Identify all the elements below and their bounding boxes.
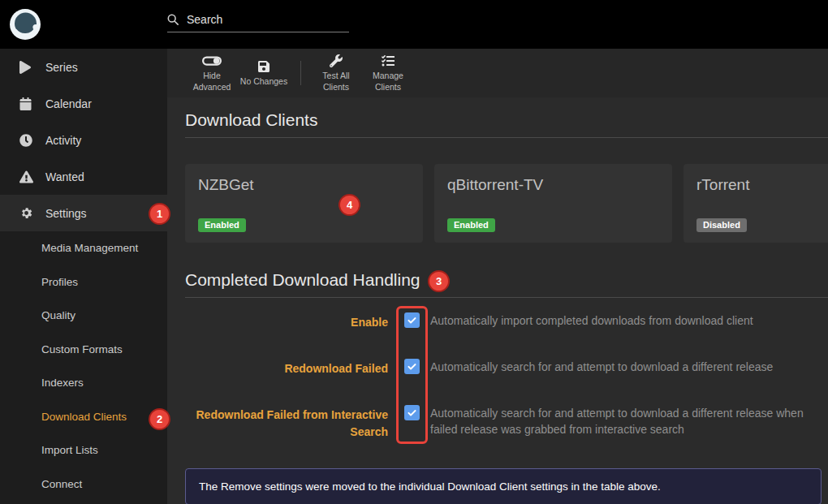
toolbar-button-label: Manage Clients	[364, 71, 412, 93]
sidebar-subitem-indexers[interactable]: Indexers	[0, 366, 167, 400]
sidebar-subitem-label: Download Clients	[41, 411, 127, 423]
gear-icon	[19, 206, 33, 220]
field-help: Automatically search for and attempt to …	[430, 359, 773, 375]
sidebar-subitem-label: Import Lists	[41, 444, 98, 456]
annotation-marker-1: 1	[149, 203, 170, 225]
sidebar-subitem-label: Custom Formats	[41, 343, 123, 355]
sidebar-subitem-connect[interactable]: Connect	[0, 467, 167, 502]
sidebar-item-label: Series	[45, 61, 78, 74]
sidebar-subitem-media-management[interactable]: Media Management	[0, 231, 167, 265]
client-name: rTorrent	[696, 176, 828, 194]
annotation-marker-3: 3	[428, 270, 450, 292]
sidebar-subitem-import-lists[interactable]: Import Lists	[0, 433, 167, 467]
client-card-rtorrent[interactable]: rTorrent Disabled	[684, 164, 828, 243]
save-icon	[257, 58, 270, 73]
advanced-toggle-icon	[202, 53, 222, 67]
info-box: The Remove settings were moved to the in…	[185, 468, 822, 504]
client-name: qBittorrent-TV	[447, 176, 659, 194]
form-row-redownload-failed-interactive: Redownload Failed from Interactive Searc…	[185, 405, 828, 441]
sidebar-subitem-label: Media Management	[41, 242, 138, 254]
sidebar-item-label: Settings	[45, 207, 87, 220]
sidebar-subitem-download-clients[interactable]: Download Clients	[0, 400, 167, 434]
toolbar-button-label: No Changes	[239, 76, 288, 88]
sidebar-item-label: Calendar	[45, 97, 92, 110]
play-icon	[19, 60, 33, 74]
sidebar-item-label: Activity	[45, 134, 81, 147]
sidebar-subitem-profiles[interactable]: Profiles	[0, 265, 167, 299]
clock-icon	[19, 133, 33, 147]
test-all-clients-button[interactable]: Test All Clients	[311, 53, 361, 93]
field-help: Automatically search for and attempt to …	[430, 405, 818, 438]
sidebar-subitem-label: Quality	[41, 309, 75, 321]
annotation-marker-4: 4	[339, 194, 360, 216]
download-client-cards: NZBGet Enabled qBittorrent-TV Enabled rT…	[185, 164, 828, 243]
main-area: Hide Advanced No Changes Test All Client…	[167, 49, 828, 504]
field-help: Automatically import completed downloads…	[430, 312, 753, 329]
form-row-redownload-failed: Redownload Failed Automatically search f…	[185, 359, 828, 377]
sidebar-item-label: Wanted	[45, 170, 84, 183]
tasks-icon	[382, 53, 395, 67]
sonarr-logo[interactable]	[9, 8, 41, 41]
search-placeholder: Search	[187, 13, 222, 26]
form-row-enable: Enable Automatically import completed do…	[185, 312, 828, 331]
status-badge: Disabled	[696, 218, 747, 232]
client-name: NZBGet	[198, 176, 410, 194]
annotation-highlight-rect	[396, 306, 428, 444]
status-badge: Enabled	[198, 218, 246, 232]
toolbar: Hide Advanced No Changes Test All Client…	[167, 49, 828, 97]
annotation-marker-2: 2	[149, 408, 170, 430]
no-changes-button[interactable]: No Changes	[239, 58, 289, 88]
sidebar-item-settings[interactable]: Settings	[0, 195, 167, 231]
calendar-icon	[19, 97, 33, 110]
sidebar-item-series[interactable]: Series	[0, 49, 167, 85]
toolbar-button-label: Test All Clients	[312, 71, 360, 93]
sidebar-subitem-label: Indexers	[41, 377, 84, 389]
manage-clients-button[interactable]: Manage Clients	[363, 53, 413, 93]
sonarr-logo-icon	[9, 8, 41, 41]
completed-download-handling-form: Enable Automatically import completed do…	[185, 312, 828, 441]
toolbar-divider	[300, 61, 301, 85]
client-card-qbittorrent-tv[interactable]: qBittorrent-TV Enabled	[434, 164, 672, 243]
field-label: Redownload Failed	[185, 359, 388, 377]
completed-download-handling-heading: Completed Download Handling	[185, 270, 828, 298]
sidebar-subitem-label: Profiles	[41, 276, 78, 288]
client-card-nzbget[interactable]: NZBGet Enabled	[185, 164, 423, 243]
top-header: Search	[0, 0, 828, 49]
download-clients-heading: Download Clients	[185, 110, 828, 138]
sidebar: Series Calendar Activity Wanted Settings	[0, 49, 167, 504]
hide-advanced-button[interactable]: Hide Advanced	[187, 53, 237, 93]
sidebar-item-wanted[interactable]: Wanted	[0, 158, 167, 195]
sidebar-subitem-label: Connect	[41, 478, 82, 490]
sidebar-item-calendar[interactable]: Calendar	[0, 85, 167, 122]
warning-triangle-icon	[19, 170, 33, 183]
search-icon	[167, 14, 179, 25]
status-badge: Enabled	[447, 218, 495, 232]
sidebar-subitem-quality[interactable]: Quality	[0, 299, 167, 333]
sidebar-subitem-custom-formats[interactable]: Custom Formats	[0, 333, 167, 367]
settings-content: Download Clients NZBGet Enabled qBittorr…	[167, 110, 828, 504]
toolbar-button-label: Hide Advanced	[188, 71, 236, 93]
wrench-icon	[330, 53, 343, 67]
sidebar-item-activity[interactable]: Activity	[0, 122, 167, 158]
app-window: Search Series Calendar Activity Wa	[0, 0, 828, 504]
field-label: Enable	[185, 312, 388, 331]
field-label: Redownload Failed from Interactive Searc…	[185, 405, 388, 441]
search-input[interactable]: Search	[167, 13, 349, 32]
